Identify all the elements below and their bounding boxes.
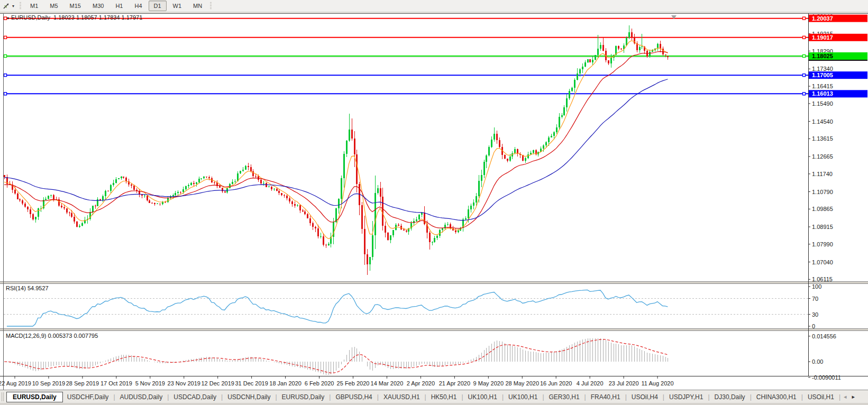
line-handle [4,17,7,20]
svg-text:1.18025: 1.18025 [812,53,833,59]
date-axis-label: 2 Apr 2020 [407,380,435,386]
macd-axis-tick: -0.0090011 [812,374,841,381]
svg-text:1.17005: 1.17005 [812,72,833,78]
date-axis-label: 10 Sep 2019 [32,380,65,386]
price-axis-tick: 1.14540 [812,118,833,125]
date-axis-label: 23 Jul 2020 [609,380,639,386]
rsi-axis-tick: 30 [812,311,818,318]
date-axis-label: 28 Sep 2019 [66,380,99,386]
date-axis-label: 17 Oct 2019 [100,380,132,386]
date-axis-label: 11 Aug 2020 [642,380,674,386]
macd-axis-tick: 0.014556 [812,333,836,339]
price-axis-tick: 1.06115 [812,276,833,282]
date-axis-label: 22 Aug 2019 [0,380,31,386]
price-axis-tick: 1.15490 [812,100,833,107]
date-axis-label: 21 Apr 2020 [439,380,470,386]
svg-text:1.20037: 1.20037 [812,15,833,22]
rsi-axis-tick: 100 [812,283,821,290]
date-axis-label: 6 Feb 2020 [305,380,334,386]
rsi-axis-tick: 0 [812,323,815,329]
mt4-window: ▾ M1M5M15M30H1H4D1W1MN 1.201401.192151.1… [0,0,868,405]
date-axis-label: 16 Jun 2020 [540,380,572,386]
date-axis-label: 4 Jul 2020 [577,380,604,386]
line-handle [4,93,7,95]
price-axis-tick: 1.09865 [812,206,833,212]
date-axis-label: 5 Nov 2019 [135,380,165,386]
date-axis-label: 28 May 2020 [505,380,539,386]
line-handle [803,36,806,39]
line-handle [803,93,806,95]
date-axis-label: 9 May 2020 [473,380,504,386]
date-axis-label: 25 Feb 2020 [337,380,370,386]
rsi-axis-tick: 70 [812,296,818,302]
price-axis-tick: 1.16415 [812,83,833,89]
line-handle [803,55,806,58]
price-axis-tick: 1.12665 [812,153,833,160]
date-axis-label: 23 Nov 2019 [168,380,200,386]
line-handle [803,17,806,20]
line-handle [803,74,806,77]
price-axis-tick: 1.10790 [812,189,833,195]
line-handle [4,74,7,77]
date-axis-label: 31 Dec 2019 [235,380,268,386]
date-axis-label: 14 Mar 2020 [371,380,404,386]
price-axis-tick: 1.17340 [812,66,833,72]
svg-text:1.16013: 1.16013 [812,90,833,97]
line-handle [4,36,7,39]
macd-axis-tick: 0.00 [812,358,823,365]
chart-area[interactable]: 1.201401.192151.182901.173401.164151.154… [0,0,868,405]
price-axis-tick: 1.07040 [812,259,833,265]
line-handle [4,55,7,58]
price-axis-tick: 1.11740 [812,171,833,177]
price-axis-tick: 1.07990 [812,241,833,247]
svg-text:1.19017: 1.19017 [812,34,833,41]
price-axis-tick: 1.08915 [812,224,833,230]
price-axis-tick: 1.13615 [812,135,833,142]
date-axis-label: 12 Dec 2019 [202,380,234,386]
date-axis-label: 18 Jan 2020 [269,380,301,386]
